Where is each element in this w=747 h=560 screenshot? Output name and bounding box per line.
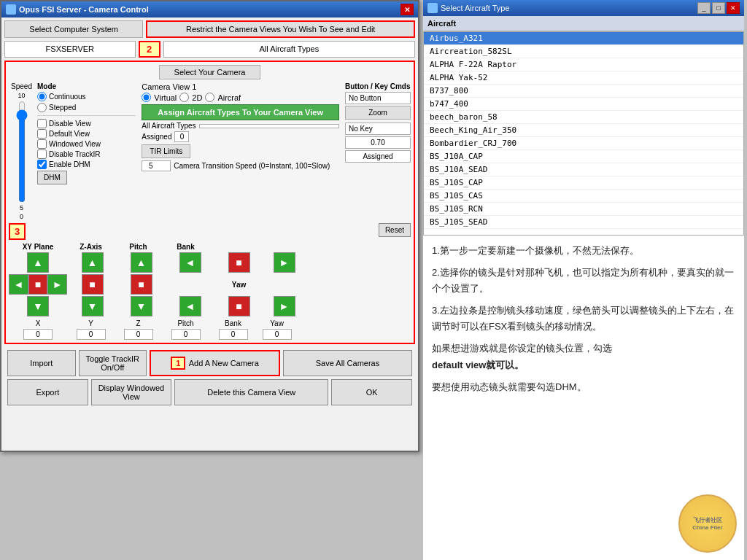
app-icon [6,4,16,15]
list-item[interactable]: B737_800 [424,85,743,98]
transition-input[interactable] [142,160,171,171]
z-stop-btn[interactable]: ■ [82,274,104,295]
windowed-view-checkbox[interactable] [37,139,47,149]
camera-info: Camera View 1 Virtual 2D Aircraf Assign … [139,82,342,220]
aircraft-list[interactable]: Airbus_A321Aircreation_582SLALPHA F-22A … [423,31,744,236]
right-btn[interactable]: ► [47,274,67,295]
virtual-radio[interactable] [142,93,151,102]
default-view-checkbox[interactable] [37,129,47,139]
z-up-btn[interactable]: ▲ [82,252,104,273]
left-btn[interactable]: ◄ [9,274,28,295]
save-cameras-button[interactable]: Save All Cameras [283,350,412,376]
no-button-field: No Button [345,92,411,104]
bank-right-btn[interactable]: ► [274,252,295,273]
aircraft-close-button[interactable]: ✕ [727,2,740,14]
yaw-right-btn[interactable]: ► [274,296,295,316]
bank-value: 0 [219,329,248,340]
badge-three: 3 [9,223,26,240]
aircraft-label: Aircraf [217,93,241,102]
controls-area: 3 XY Plane Z-Axis Pitch Bank ▲ [9,223,411,340]
list-item[interactable]: Beech_King_Air_350 [424,124,743,137]
toggle-trackir-button[interactable]: Toggle TrackIR On/Off [79,350,147,376]
zoom-button[interactable]: Zoom [345,106,411,120]
pitch-down-btn[interactable]: ▼ [131,296,152,316]
bank-stop-btn[interactable]: ■ [228,252,250,273]
pitch-up-btn[interactable]: ▲ [131,252,152,273]
list-item[interactable]: BS_J10S_SEAD [424,216,743,229]
speed-slider[interactable] [15,101,29,203]
default-view-label: Default View [49,130,90,138]
aircraft-types-text: All Aircraft Types [142,122,196,130]
list-item[interactable]: Airbus_A321 [424,32,743,45]
xy-stop-btn[interactable]: ■ [28,274,48,295]
reset-button[interactable]: Reset [379,223,411,237]
bank-label3 [257,243,297,251]
xy-plane-label: XY Plane [9,243,67,251]
delete-camera-button[interactable]: Delete this Camera View [174,379,328,405]
camera-view-name: Camera View 1 [142,82,339,91]
continuous-radio[interactable] [37,92,47,101]
instructions: 1.第一步一定要新建一个摄像机，不然无法保存。 2.选择你的镜头是针对那种飞机，… [423,236,744,408]
ok-button[interactable]: OK [331,379,412,405]
pitch-stop-btn[interactable]: ■ [131,274,152,295]
aircraft-radio[interactable] [205,93,214,102]
add-camera-label: Add A New Camera [189,359,259,368]
top-section: Select Computer System Restrict the Came… [4,20,415,38]
main-window: Opus FSI Server - Camera Control ✕ Selec… [0,0,419,452]
aircraft-list-header: Aircraft [423,16,744,31]
dhm-button[interactable]: DHM [37,171,67,184]
z-down-btn[interactable]: ▼ [82,296,104,316]
list-item[interactable]: b747_400 [424,98,743,111]
y-label: Y [67,319,115,327]
assign-button[interactable]: Assign Aircraft Types To Your Camera Vie… [142,104,339,120]
step2-text: 2.选择你的镜头是针对那种飞机，也可以指定为所有机种，要真实的就一个个设置了。 [432,265,735,297]
up-btn[interactable]: ▲ [27,252,49,273]
list-item[interactable]: BS_J10S_CAP [424,176,743,190]
transition-label: Camera Transition Speed (0=Instant, 100=… [174,162,330,170]
tir-button[interactable]: TIR Limits [142,144,190,158]
list-item[interactable]: BS_J10A_CAP [424,150,743,163]
bank-left-top-btn[interactable]: ◄ [179,252,201,273]
button-key-panel: Button / Key Cmds No Button Zoom No Key … [345,82,411,220]
list-item[interactable]: BS_J10A_SEAD [424,163,743,176]
restrict-button[interactable]: Restrict the Camera Views You Wish To Se… [146,20,415,38]
disable-view-checkbox[interactable] [37,119,47,128]
yaw-stop-btn[interactable]: ■ [228,296,250,316]
twod-label: 2D [192,93,202,102]
enable-dhm-label: Enable DHM [49,160,90,168]
import-button[interactable]: Import [7,350,76,376]
select-computer-button[interactable]: Select Computer System [4,20,143,38]
export-button[interactable]: Export [7,379,88,405]
list-item[interactable]: Aircreation_582SL [424,45,743,58]
watermark-logo: 飞行者社区China Flier [678,494,737,553]
maximize-button[interactable]: □ [712,2,725,14]
yaw-left-btn[interactable]: ◄ [179,296,201,316]
down-btn[interactable]: ▼ [27,296,49,316]
btn-key-label: Button / Key Cmds [345,82,411,90]
z-label: Z [115,319,162,327]
minimize-button[interactable]: _ [697,2,711,14]
list-item[interactable]: ALPHA Yak-52 [424,71,743,85]
list-item[interactable]: BS_J10S_RCN [424,203,743,216]
step5-text: 要想使用动态镜头就需要勾选DHM。 [432,379,735,395]
x-label: X [9,319,67,327]
disable-trackir-checkbox[interactable] [37,149,47,159]
add-badge: 1 [171,357,185,370]
right-panel: Select Aircraft Type _ □ ✕ Aircraft Airb… [423,0,744,560]
close-button[interactable]: ✕ [400,4,414,15]
assigned-field: Assigned [345,150,411,163]
y-value: 0 [77,329,106,340]
list-item[interactable]: beech_baron_58 [424,111,743,124]
enable-dhm-checkbox[interactable] [37,160,47,169]
list-item[interactable]: Bombardier_CRJ_700 [424,137,743,150]
select-camera-button[interactable]: Select Your Camera [159,65,261,79]
stepped-radio[interactable] [37,103,47,112]
add-camera-button[interactable]: 1 Add A New Camera [150,350,280,376]
mode-panel: Mode Continuous Stepped Disable View [37,82,136,220]
aircraft-title-bar: Select Aircraft Type _ □ ✕ [423,0,744,16]
display-windowed-button[interactable]: Display Windowed View [91,379,172,405]
list-item[interactable]: BS_J10S_CAS [424,190,743,203]
yaw-value: 0 [263,329,292,340]
twod-radio[interactable] [179,93,189,102]
list-item[interactable]: ALPHA F-22A Raptor [424,58,743,71]
